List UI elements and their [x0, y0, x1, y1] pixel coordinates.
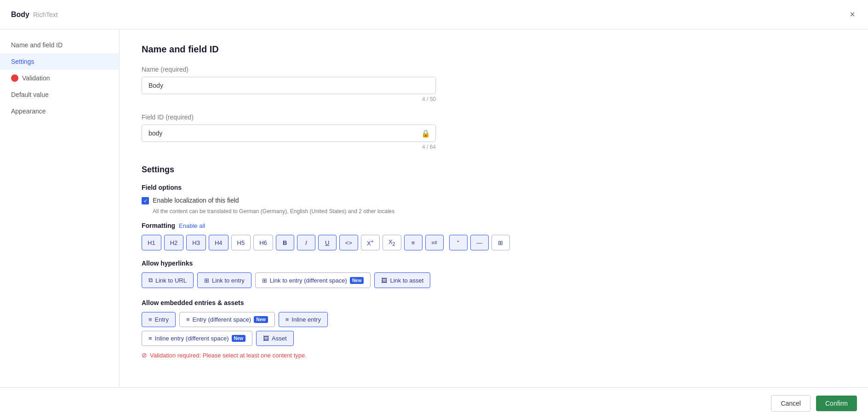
- format-btn-bold[interactable]: B: [276, 235, 294, 250]
- embed-inline-entry-different-space-label: Inline entry (different space): [155, 335, 229, 342]
- format-buttons: H1 H2 H3 H4 H5 H6 B I U <> X+ X2 ≡ ≡# ": [142, 235, 846, 250]
- field-id-form-group: Field ID (required) 🔒 4 / 64: [142, 113, 846, 150]
- format-btn-italic[interactable]: I: [297, 235, 315, 250]
- link-icon: ⧉: [148, 277, 153, 284]
- sidebar-item-default-value[interactable]: Default value: [0, 86, 119, 103]
- sidebar-item-appearance[interactable]: Appearance: [0, 103, 119, 119]
- sidebar: Name and field ID Settings Validation De…: [0, 29, 120, 387]
- format-btn-subscript[interactable]: X2: [383, 235, 401, 250]
- localization-label: Enable localization of this field: [153, 197, 239, 204]
- link-to-url-label: Link to URL: [155, 277, 187, 284]
- modal-header: Body RichText ×: [0, 0, 868, 29]
- formatting-label: Formatting: [142, 222, 175, 229]
- link-to-entry-different-space-button[interactable]: ⊞ Link to entry (different space) New: [255, 272, 371, 288]
- field-id-wrapper: 🔒: [142, 125, 436, 142]
- embed-entry-label: Entry: [155, 316, 169, 323]
- modal-title: Body RichText: [11, 11, 58, 19]
- modal-footer: Cancel Confirm: [0, 387, 868, 419]
- embed-inline-diff-icon: ≡: [148, 335, 152, 342]
- embed-inline-entry-button[interactable]: ≡ Inline entry: [279, 312, 328, 327]
- validation-error-text: Validation required: Please select at le…: [150, 352, 307, 359]
- sidebar-item-label: Default value: [11, 91, 49, 98]
- confirm-button[interactable]: Confirm: [816, 396, 857, 411]
- name-form-group: Name (required) 4 / 50: [142, 66, 846, 102]
- embed-entry-icon: ≡: [148, 316, 152, 323]
- format-btn-quote[interactable]: ": [449, 235, 468, 250]
- sidebar-item-settings[interactable]: Settings: [0, 53, 119, 70]
- format-btn-hr[interactable]: —: [470, 235, 489, 250]
- hyperlink-buttons: ⧉ Link to URL ⊞ Link to entry ⊞ Link to …: [142, 272, 846, 288]
- embed-inline-entry-label: Inline entry: [291, 316, 321, 323]
- entry-icon: ⊞: [204, 277, 209, 284]
- validation-error-dot: [11, 74, 18, 82]
- inline-diff-new-badge: New: [232, 335, 246, 342]
- name-char-count: 4 / 50: [142, 96, 436, 102]
- name-label: Name (required): [142, 66, 846, 73]
- format-btn-h6[interactable]: H6: [253, 235, 273, 250]
- close-button[interactable]: ×: [848, 7, 857, 22]
- format-btn-h3[interactable]: H3: [186, 235, 206, 250]
- link-to-entry-label: Link to entry: [212, 277, 245, 284]
- name-section-title: Name and field ID: [142, 44, 846, 55]
- field-options-title: Field options: [142, 184, 846, 191]
- localization-sub: All the content can be translated to Ger…: [153, 208, 846, 215]
- link-to-entry-button[interactable]: ⊞ Link to entry: [197, 272, 251, 288]
- sidebar-item-name-and-field-id[interactable]: Name and field ID: [0, 37, 119, 53]
- link-to-entry-different-space-label: Link to entry (different space): [270, 277, 347, 284]
- link-to-asset-button[interactable]: 🖼 Link to asset: [374, 272, 430, 288]
- embedded-buttons-row1: ≡ Entry ≡ Entry (different space) New ≡ …: [142, 312, 846, 327]
- embed-inline-entry-different-space-button[interactable]: ≡ Inline entry (different space) New: [142, 331, 252, 346]
- name-input[interactable]: [142, 77, 436, 94]
- modal-body: Name and field ID Settings Validation De…: [0, 29, 868, 387]
- allow-hyperlinks-title: Allow hyperlinks: [142, 260, 846, 267]
- embed-entry-button[interactable]: ≡ Entry: [142, 312, 176, 327]
- embed-entry-different-space-button[interactable]: ≡ Entry (different space) New: [179, 312, 275, 327]
- cancel-button[interactable]: Cancel: [771, 395, 811, 412]
- embedded-buttons-row2: ≡ Inline entry (different space) New 🖼 A…: [142, 331, 846, 346]
- link-to-url-button[interactable]: ⧉ Link to URL: [142, 272, 194, 288]
- sidebar-item-label: Validation: [22, 74, 50, 82]
- format-btn-h5[interactable]: H5: [231, 235, 251, 250]
- title-body: Body: [11, 11, 29, 19]
- format-btn-table[interactable]: ⊞: [491, 235, 510, 250]
- asset-icon: 🖼: [381, 277, 387, 284]
- embed-inline-icon: ≡: [286, 316, 289, 323]
- entry-diff-icon: ⊞: [262, 277, 267, 284]
- validation-error-message: Validation required: Please select at le…: [142, 351, 846, 359]
- field-id-char-count: 4 / 64: [142, 144, 436, 150]
- field-id-label: Field ID (required): [142, 113, 846, 121]
- embed-asset-button[interactable]: 🖼 Asset: [256, 331, 294, 346]
- format-btn-h4[interactable]: H4: [209, 235, 228, 250]
- settings-section: Settings Field options Enable localizati…: [142, 165, 846, 359]
- sidebar-item-validation[interactable]: Validation: [0, 70, 119, 86]
- modal-wrapper: Body RichText × Name and field ID Settin…: [0, 0, 868, 419]
- embed-entry-diff-icon: ≡: [186, 316, 190, 323]
- format-btn-h2[interactable]: H2: [164, 235, 184, 250]
- embed-asset-label: Asset: [272, 335, 287, 342]
- sidebar-item-label: Settings: [11, 58, 34, 65]
- formatting-row: Formatting Enable all: [142, 222, 846, 229]
- content-area: Name and field ID Name (required) 4 / 50…: [120, 29, 868, 387]
- embed-asset-icon: 🖼: [263, 335, 269, 342]
- embed-entry-different-space-label: Entry (different space): [193, 316, 251, 323]
- format-btn-ul[interactable]: ≡: [404, 235, 423, 250]
- enable-all-link[interactable]: Enable all: [179, 222, 205, 229]
- localization-checkbox[interactable]: [142, 197, 149, 204]
- sidebar-item-label: Appearance: [11, 108, 46, 115]
- title-type: RichText: [33, 11, 58, 18]
- lock-icon: 🔒: [421, 129, 430, 138]
- field-id-input[interactable]: [142, 125, 436, 142]
- format-btn-underline[interactable]: U: [318, 235, 337, 250]
- new-badge: New: [350, 277, 364, 284]
- sidebar-item-label: Name and field ID: [11, 41, 63, 49]
- format-btn-superscript[interactable]: X+: [361, 235, 380, 250]
- allow-embedded-title: Allow embedded entries & assets: [142, 299, 846, 306]
- format-btn-ol[interactable]: ≡#: [425, 235, 444, 250]
- entry-diff-new-badge: New: [254, 316, 268, 323]
- settings-title: Settings: [142, 165, 846, 175]
- format-btn-h1[interactable]: H1: [142, 235, 161, 250]
- localization-checkbox-row: Enable localization of this field: [142, 197, 846, 204]
- format-btn-code[interactable]: <>: [339, 235, 358, 250]
- link-to-asset-label: Link to asset: [390, 277, 423, 284]
